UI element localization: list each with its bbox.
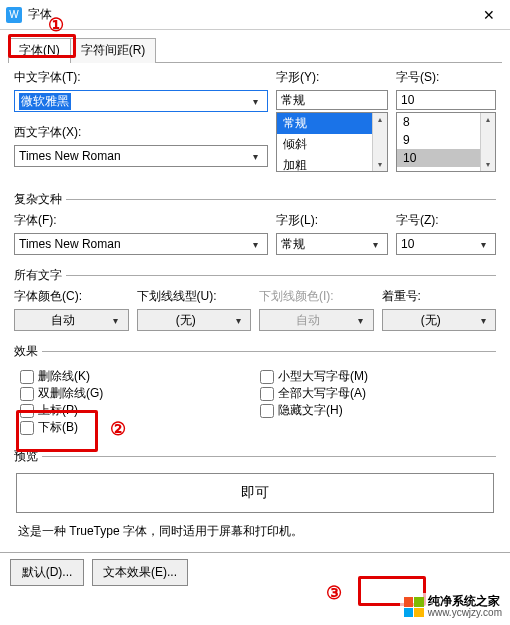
underline-color-combo: 自动 ▾ xyxy=(259,309,374,331)
cb-subscript[interactable]: 下标(B) xyxy=(20,419,220,436)
cn-size-input[interactable]: 10 xyxy=(396,90,496,110)
bottom-bar: 默认(D)... 文本效果(E)... xyxy=(0,552,510,592)
scrollbar[interactable]: ▴▾ xyxy=(372,113,387,171)
cn-style-option[interactable]: 加粗 xyxy=(277,155,372,172)
emphasis-value: (无) xyxy=(387,312,476,329)
cn-style-option[interactable]: 倾斜 xyxy=(277,134,372,155)
cb-subscript-label: 下标(B) xyxy=(38,419,78,436)
font-color-value: 自动 xyxy=(19,312,108,329)
tab-bar: 字体(N) 字符间距(R) xyxy=(8,38,502,63)
preview-legend: 预览 xyxy=(14,448,42,465)
close-icon[interactable]: ✕ xyxy=(474,0,504,30)
window-title: 字体 xyxy=(28,6,474,23)
complex-style-value: 常规 xyxy=(281,236,305,253)
complex-style-label: 字形(L): xyxy=(276,212,388,229)
chevron-down-icon: ▾ xyxy=(247,96,263,107)
cn-font-combo[interactable]: 微软雅黑 ▾ xyxy=(14,90,268,112)
effects-legend: 效果 xyxy=(14,343,42,360)
preview-box: 即可 xyxy=(16,473,494,513)
cn-font-value: 微软雅黑 xyxy=(19,93,71,110)
font-color-combo[interactable]: 自动 ▾ xyxy=(14,309,129,331)
chevron-down-icon: ▾ xyxy=(475,315,491,326)
complex-style-combo[interactable]: 常规 ▾ xyxy=(276,233,388,255)
complex-font-combo[interactable]: Times New Roman ▾ xyxy=(14,233,268,255)
preview-sample: 即可 xyxy=(241,484,269,502)
watermark-logo-icon xyxy=(404,597,424,617)
default-button[interactable]: 默认(D)... xyxy=(10,559,84,586)
cn-style-value: 常规 xyxy=(281,92,305,109)
emphasis-label: 着重号: xyxy=(382,288,497,305)
tab-font[interactable]: 字体(N) xyxy=(8,38,71,63)
cb-allcaps-label: 全部大写字母(A) xyxy=(278,385,366,402)
underline-color-label: 下划线颜色(I): xyxy=(259,288,374,305)
cb-superscript-label: 上标(P) xyxy=(38,402,78,419)
cn-size-value: 10 xyxy=(401,93,414,107)
west-font-label: 西文字体(X): xyxy=(14,124,268,141)
chevron-down-icon: ▾ xyxy=(475,239,491,250)
chevron-down-icon: ▾ xyxy=(108,315,124,326)
text-effects-button[interactable]: 文本效果(E)... xyxy=(92,559,188,586)
chevron-down-icon: ▾ xyxy=(367,239,383,250)
west-font-value: Times New Roman xyxy=(19,149,121,163)
tab-content: 中文字体(T): 微软雅黑 ▾ 字形(Y): 常规 常规 倾斜 加粗 ▴▾ 字号… xyxy=(0,63,510,552)
cn-size-option[interactable]: 8 xyxy=(397,113,480,131)
cb-strike[interactable]: 删除线(K) xyxy=(20,368,220,385)
complex-font-label: 字体(F): xyxy=(14,212,268,229)
complex-size-combo[interactable]: 10 ▾ xyxy=(396,233,496,255)
cb-double-strike[interactable]: 双删除线(G) xyxy=(20,385,220,402)
app-icon: W xyxy=(6,7,22,23)
preview-group: 预览 即可 xyxy=(14,448,496,517)
cb-allcaps[interactable]: 全部大写字母(A) xyxy=(260,385,368,402)
underline-type-value: (无) xyxy=(142,312,231,329)
emphasis-combo[interactable]: (无) ▾ xyxy=(382,309,497,331)
underline-type-combo[interactable]: (无) ▾ xyxy=(137,309,252,331)
scrollbar[interactable]: ▴▾ xyxy=(480,113,495,171)
watermark-url: www.ycwjzy.com xyxy=(428,607,502,619)
cn-size-listbox[interactable]: 8 9 10 ▴▾ xyxy=(396,112,496,172)
complex-font-value: Times New Roman xyxy=(19,237,121,251)
cb-smallcaps[interactable]: 小型大写字母(M) xyxy=(260,368,368,385)
cn-size-option[interactable]: 10 xyxy=(397,149,480,167)
watermark: 纯净系统之家 www.ycwjzy.com xyxy=(400,593,506,621)
effects-group: 效果 删除线(K) 双删除线(G) 上标(P) 下标(B) 小型大写字母(M) … xyxy=(14,343,496,440)
cn-style-option[interactable]: 常规 xyxy=(277,113,372,134)
tab-char-spacing[interactable]: 字符间距(R) xyxy=(70,38,157,63)
cn-style-label: 字形(Y): xyxy=(276,69,388,86)
complex-legend: 复杂文种 xyxy=(14,191,66,208)
complex-size-label: 字号(Z): xyxy=(396,212,496,229)
underline-type-label: 下划线线型(U): xyxy=(137,288,252,305)
cb-hidden-label: 隐藏文字(H) xyxy=(278,402,343,419)
complex-size-value: 10 xyxy=(401,237,414,251)
complex-group: 复杂文种 字体(F): Times New Roman ▾ 字形(L): 常规 … xyxy=(14,191,496,259)
cb-hidden[interactable]: 隐藏文字(H) xyxy=(260,402,368,419)
watermark-name: 纯净系统之家 xyxy=(428,595,502,607)
cb-superscript[interactable]: 上标(P) xyxy=(20,402,220,419)
font-description: 这是一种 TrueType 字体，同时适用于屏幕和打印机。 xyxy=(18,523,492,540)
cn-size-label: 字号(S): xyxy=(396,69,496,86)
cn-size-option[interactable]: 9 xyxy=(397,131,480,149)
alltext-legend: 所有文字 xyxy=(14,267,66,284)
cb-smallcaps-label: 小型大写字母(M) xyxy=(278,368,368,385)
chevron-down-icon: ▾ xyxy=(230,315,246,326)
cn-style-input[interactable]: 常规 xyxy=(276,90,388,110)
cn-style-listbox[interactable]: 常规 倾斜 加粗 ▴▾ xyxy=(276,112,388,172)
font-color-label: 字体颜色(C): xyxy=(14,288,129,305)
chevron-down-icon: ▾ xyxy=(247,239,263,250)
underline-color-value: 自动 xyxy=(264,312,353,329)
cb-dstrike-label: 双删除线(G) xyxy=(38,385,103,402)
alltext-group: 所有文字 字体颜色(C): 自动 ▾ 下划线线型(U): (无) ▾ 下划线颜色… xyxy=(14,267,496,335)
west-font-combo[interactable]: Times New Roman ▾ xyxy=(14,145,268,167)
chevron-down-icon: ▾ xyxy=(353,315,369,326)
titlebar: W 字体 ✕ xyxy=(0,0,510,30)
cn-font-label: 中文字体(T): xyxy=(14,69,268,86)
cb-strike-label: 删除线(K) xyxy=(38,368,90,385)
chevron-down-icon: ▾ xyxy=(247,151,263,162)
